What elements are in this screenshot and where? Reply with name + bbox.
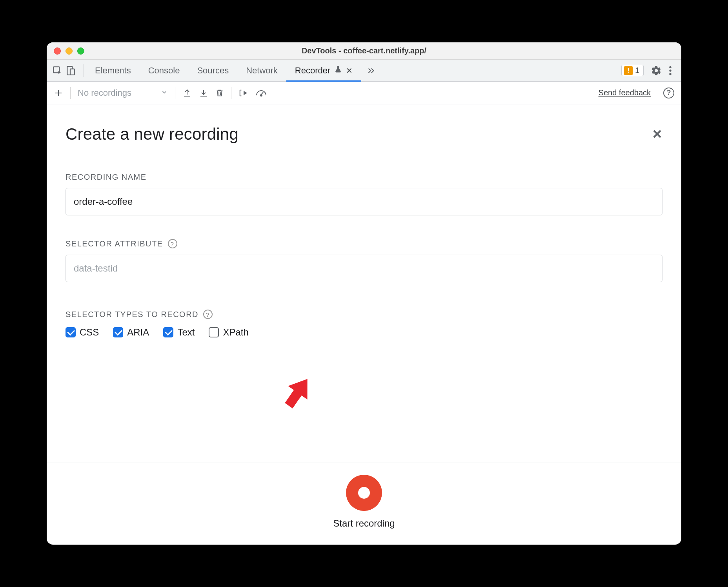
selector-types-label: SELECTOR TYPES TO RECORD ?	[66, 310, 662, 319]
svg-point-6	[260, 95, 262, 96]
warning-icon: !	[624, 66, 633, 75]
recording-name-label: RECORDING NAME	[66, 173, 662, 182]
svg-point-3	[669, 66, 671, 68]
kebab-menu-icon[interactable]	[669, 66, 672, 76]
checkbox-css[interactable]: CSS	[66, 327, 99, 338]
performance-icon[interactable]	[256, 89, 267, 97]
send-feedback-link[interactable]: Send feedback	[599, 88, 651, 97]
checkbox-text[interactable]: Text	[163, 327, 195, 338]
device-toolbar-icon[interactable]	[66, 66, 76, 76]
window-close-button[interactable]	[54, 47, 61, 55]
recording-name-input[interactable]	[66, 188, 662, 215]
tab-elements[interactable]: Elements	[86, 60, 140, 81]
tab-sources[interactable]: Sources	[188, 60, 237, 81]
tabstrip: Elements Console Sources Network Recorde…	[47, 60, 681, 82]
delete-icon[interactable]	[215, 88, 224, 98]
selector-attribute-label: SELECTOR ATTRIBUTE ?	[66, 239, 662, 248]
traffic-lights	[47, 47, 84, 55]
svg-rect-2	[70, 69, 75, 75]
start-recording-button[interactable]	[346, 475, 382, 511]
footer: Start recording	[47, 463, 681, 545]
content: Create a new recording ✕ RECORDING NAME …	[47, 104, 681, 463]
help-icon[interactable]: ?	[663, 88, 674, 98]
selector-types-row: CSS ARIA Text XPath	[66, 327, 662, 338]
close-panel-icon[interactable]: ✕	[652, 127, 662, 142]
tab-console[interactable]: Console	[140, 60, 189, 81]
chevron-down-icon	[161, 88, 168, 98]
recorder-toolbar: No recordings Send feedback ?	[47, 82, 681, 104]
recordings-dropdown[interactable]: No recordings	[78, 88, 168, 98]
flask-icon	[334, 66, 342, 76]
help-icon[interactable]: ?	[203, 310, 213, 319]
import-icon[interactable]	[199, 88, 208, 98]
inspect-element-icon[interactable]	[52, 66, 62, 76]
warning-badge[interactable]: ! 1	[621, 65, 644, 76]
titlebar: DevTools - coffee-cart.netlify.app/	[47, 42, 681, 60]
svg-point-5	[669, 73, 671, 75]
start-recording-label: Start recording	[333, 518, 395, 529]
annotation-arrow	[278, 371, 317, 416]
selector-attribute-input[interactable]	[66, 255, 662, 282]
window-maximize-button[interactable]	[77, 47, 84, 55]
window-minimize-button[interactable]	[66, 47, 73, 55]
settings-icon[interactable]	[651, 65, 662, 76]
page-title: Create a new recording	[66, 125, 238, 144]
devtools-window: DevTools - coffee-cart.netlify.app/ Elem…	[47, 42, 681, 545]
replay-icon[interactable]	[238, 88, 249, 98]
close-tab-icon[interactable]: ✕	[346, 66, 353, 75]
checkbox-xpath[interactable]: XPath	[209, 327, 248, 338]
svg-point-4	[669, 69, 671, 71]
tab-recorder[interactable]: Recorder ✕	[286, 60, 361, 81]
more-tabs-icon[interactable]	[361, 66, 381, 75]
checkbox-aria[interactable]: ARIA	[113, 327, 149, 338]
tab-network[interactable]: Network	[237, 60, 286, 81]
new-recording-icon[interactable]	[54, 88, 63, 98]
help-icon[interactable]: ?	[168, 239, 177, 248]
window-title: DevTools - coffee-cart.netlify.app/	[47, 46, 681, 55]
export-icon[interactable]	[182, 88, 192, 98]
